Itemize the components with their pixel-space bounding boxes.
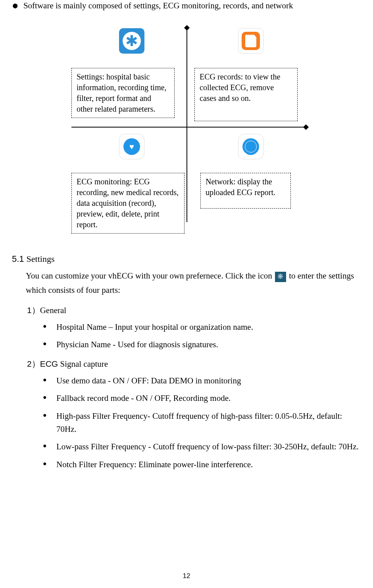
ecg-monitor-icon: ♥	[119, 134, 144, 159]
section-number: 5.1	[12, 254, 24, 264]
heart-icon: ♥	[123, 138, 140, 155]
axis-horizontal	[71, 127, 306, 128]
network-icon	[238, 134, 263, 159]
sub2-label: ECG	[40, 359, 58, 368]
software-diagram: ♥ Settings: hospital basic information, …	[67, 27, 306, 234]
section-heading: 5.1 Settings	[12, 254, 361, 264]
bullet-icon: ●	[12, 0, 19, 11]
axis-vertical	[186, 27, 187, 222]
para-text-before: You can customize your vhECG with your o…	[26, 271, 274, 280]
network-description-box: Network: display the uploaded ECG report…	[200, 173, 291, 209]
list-item: Use demo data - ON / OFF: Data DEMO in m…	[43, 374, 361, 387]
page-number: 12	[0, 572, 373, 580]
records-icon	[238, 28, 263, 54]
intro-text: Software is mainly composed of settings,…	[23, 0, 293, 12]
section-title: Settings	[27, 254, 55, 264]
diamond-top-icon	[184, 25, 190, 31]
section-paragraph: You can customize your vhECG with your o…	[26, 269, 361, 297]
sub2-title: Signal capture	[58, 359, 108, 369]
sub1-list: Hospital Name – Input your hospital or o…	[43, 321, 361, 351]
sub1-number: 1）	[27, 306, 40, 315]
list-item: Low-pass Filter Frequency - Cutoff frequ…	[43, 440, 361, 453]
settings-description-box: Settings: hospital basic information, re…	[71, 68, 175, 118]
diamond-right-icon	[303, 124, 309, 130]
list-item: Hospital Name – Input your hospital or o…	[43, 321, 361, 334]
subsection-2-heading: 2）ECG Signal capture	[27, 358, 361, 369]
gear-icon	[123, 32, 141, 50]
monitoring-description-box: ECG monitoring: ECG recording, new medic…	[71, 173, 185, 234]
globe-icon	[242, 138, 259, 155]
subsection-1-heading: 1）General	[27, 305, 361, 316]
list-item: Physician Name - Used for diagnosis sign…	[43, 338, 361, 351]
intro-bullet-line: ● Software is mainly composed of setting…	[12, 0, 361, 12]
sub1-title: General	[40, 306, 66, 315]
settings-icon	[119, 28, 144, 54]
list-item: High-pass Filter Frequency- Cutoff frequ…	[43, 410, 361, 435]
clipboard-icon	[242, 32, 260, 50]
settings-inline-icon	[275, 272, 286, 282]
list-item: Notch Filter Frequency: Eliminate power-…	[43, 458, 361, 471]
sub2-number: 2）	[27, 359, 40, 368]
sub2-list: Use demo data - ON / OFF: Data DEMO in m…	[43, 374, 361, 471]
list-item: Fallback record mode - ON / OFF, Recordi…	[43, 392, 361, 405]
records-description-box: ECG records: to view the collected ECG, …	[194, 68, 298, 121]
